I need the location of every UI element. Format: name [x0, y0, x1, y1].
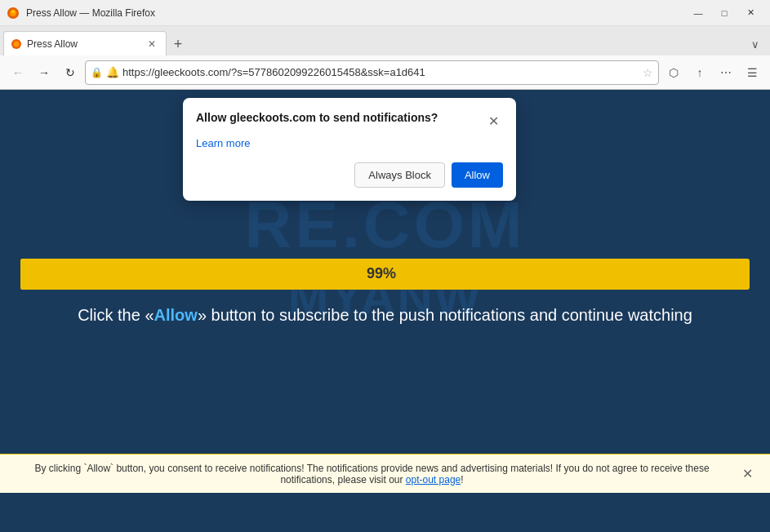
- opt-out-link[interactable]: opt-out page: [406, 474, 461, 485]
- titlebar-left: Press Allow — Mozilla Firefox: [7, 7, 155, 20]
- firefox-icon: [7, 7, 20, 20]
- tab-label: Press Allow: [27, 38, 140, 50]
- allow-highlight: Allow: [154, 306, 198, 324]
- maximize-button[interactable]: □: [711, 0, 737, 26]
- svg-point-4: [14, 41, 20, 47]
- back-button[interactable]: ←: [7, 61, 29, 84]
- address-bar[interactable]: 🔒 🔔 ☆: [85, 60, 659, 85]
- progress-fill: 99%: [20, 259, 742, 290]
- extensions-button[interactable]: ⋯: [714, 61, 737, 84]
- tabbar: Press Allow ✕ + ∨: [0, 26, 770, 55]
- notification-permission-popup: Allow gleeckoots.com to send notificatio…: [183, 98, 516, 201]
- menu-button[interactable]: ☰: [741, 61, 763, 84]
- always-block-button[interactable]: Always Block: [354, 162, 445, 188]
- titlebar: Press Allow — Mozilla Firefox — □ ✕: [0, 0, 770, 26]
- security-icon: 🔒: [91, 67, 103, 78]
- notification-permissions-icon: 🔔: [106, 66, 119, 78]
- progress-container: 99%: [20, 259, 750, 290]
- new-tab-button[interactable]: +: [167, 33, 189, 55]
- forward-button[interactable]: →: [33, 61, 56, 84]
- bottom-notification-bar: By clicking `Allow` button, you consent …: [0, 454, 770, 493]
- svg-point-2: [11, 10, 15, 13]
- bookmark-star-icon[interactable]: ☆: [643, 66, 653, 79]
- page-content: RE.COM MYANW 99% Click the «Allow» butto…: [0, 90, 770, 493]
- titlebar-controls: — □ ✕: [685, 0, 763, 26]
- popup-close-button[interactable]: ✕: [483, 111, 503, 131]
- toolbar: ← → ↻ 🔒 🔔 ☆ ⬡ ↑ ⋯ ☰: [0, 55, 770, 90]
- bottom-bar-close-button[interactable]: ✕: [737, 464, 757, 484]
- popup-title: Allow gleeckoots.com to send notificatio…: [196, 111, 483, 124]
- popup-buttons: Always Block Allow: [196, 162, 503, 188]
- window-title: Press Allow — Mozilla Firefox: [26, 7, 155, 19]
- close-window-button[interactable]: ✕: [737, 0, 763, 26]
- minimize-button[interactable]: —: [685, 0, 711, 26]
- progress-bar: 99%: [20, 259, 750, 290]
- learn-more-link[interactable]: Learn more: [196, 137, 503, 149]
- tab-close-button[interactable]: ✕: [145, 37, 159, 51]
- tab-favicon: [11, 38, 22, 50]
- tabs-menu-button[interactable]: ∨: [744, 33, 767, 55]
- reload-button[interactable]: ↻: [59, 61, 82, 84]
- allow-button[interactable]: Allow: [452, 162, 503, 188]
- clicking-text: clicking: [49, 463, 81, 474]
- url-input[interactable]: [122, 66, 639, 78]
- bottom-bar-text: By clicking `Allow` button, you consent …: [13, 463, 731, 485]
- progress-label: 99%: [367, 265, 396, 282]
- active-tab[interactable]: Press Allow ✕: [3, 31, 167, 55]
- popup-header: Allow gleeckoots.com to send notificatio…: [196, 111, 503, 131]
- share-button[interactable]: ↑: [688, 61, 711, 84]
- pocket-button[interactable]: ⬡: [662, 61, 685, 84]
- cta-text: Click the «Allow» button to subscribe to…: [78, 306, 692, 325]
